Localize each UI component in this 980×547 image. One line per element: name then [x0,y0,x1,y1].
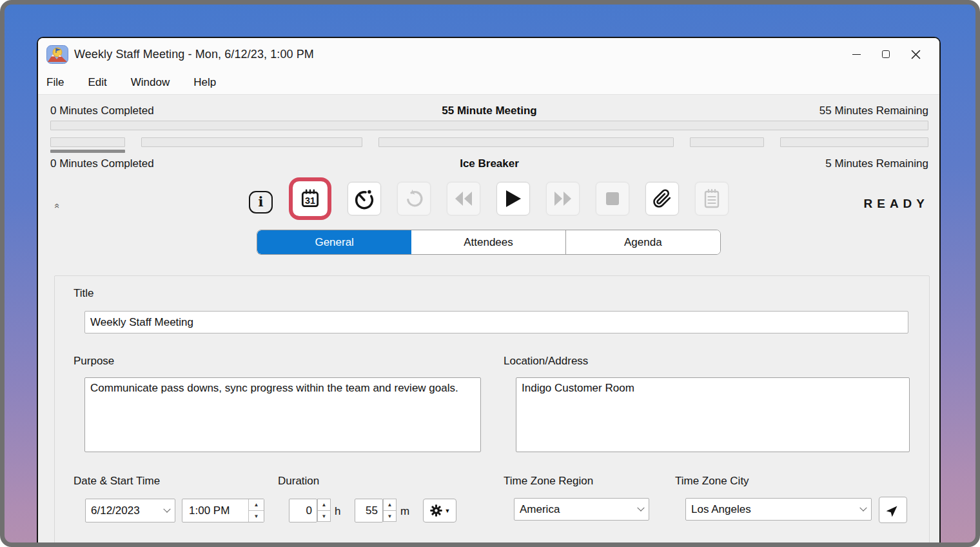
navigation-arrow-icon [886,503,900,517]
paperclip-icon [652,189,672,208]
time-spin-buttons: ▲ ▼ [248,499,264,522]
menu-bar: File Edit Window Help [38,70,939,95]
date-value: 6/12/2023 [91,504,140,517]
play-icon [504,189,522,208]
segment-bar [690,137,765,147]
progress-segment[interactable] [780,137,928,153]
general-form: Title Purpose Communicate pass downs, sy… [54,275,930,542]
notes-button [695,182,729,215]
title-bar: Weekly Staff Meeting - Mon, 6/12/23, 1:0… [38,38,939,70]
rewind-button [447,182,480,215]
window-title: Weekly Staff Meeting - Mon, 6/12/23, 1:0… [74,48,314,61]
time-value: 1:00 PM [182,499,248,522]
progress-segment[interactable] [141,137,362,153]
location-textarea[interactable]: Indigo Customer Room [516,377,910,452]
calendar-button[interactable]: 31 [293,182,327,215]
date-start-label: Date & Start Time [74,475,160,488]
chevron-down-icon [859,504,867,511]
active-segment-underline [50,150,125,153]
rewind-icon [453,190,474,207]
menu-help[interactable]: Help [186,74,224,92]
purpose-textarea[interactable]: Communicate pass downs, sync progress wi… [84,377,481,452]
timer-button[interactable] [348,182,381,215]
menu-file[interactable]: File [46,74,72,92]
maximize-icon [882,50,890,58]
tab-general[interactable]: General [257,230,411,254]
minutes-unit-label: m [400,505,409,518]
locate-timezone-button[interactable] [879,497,907,523]
status-badge: READY [863,197,929,211]
arrow-down-icon: ▼ [387,513,393,519]
toolbar: i 31 [38,177,939,220]
duration-minutes-spin: ▲ ▼ [383,499,397,522]
hours-up-button[interactable]: ▲ [317,499,331,510]
meeting-remaining-label: 55 Minutes Remaining [819,104,928,117]
meeting-progress-bar [50,121,928,130]
info-button[interactable]: i [249,191,273,214]
duration-hours-spin: ▲ ▼ [317,499,331,522]
play-button[interactable] [496,182,530,215]
tz-region-value: America [520,503,560,516]
tz-city-label: Time Zone City [675,475,749,488]
date-select[interactable]: 6/12/2023 [85,499,175,522]
progress-segment[interactable] [690,137,765,153]
duration-hours-input[interactable]: 0 [289,499,317,522]
title-input[interactable] [84,311,908,333]
stopwatch-icon [353,187,376,210]
duration-minutes-input[interactable]: 55 [355,499,383,522]
arrow-down-icon: ▼ [254,513,259,519]
minutes-down-button[interactable]: ▼ [383,510,397,522]
meeting-completed-label: 0 Minutes Completed [50,104,154,117]
hours-unit-label: h [335,505,340,518]
chevron-down-icon [637,504,644,511]
fast-forward-button [546,182,580,215]
tz-region-label: Time Zone Region [504,475,593,488]
title-label: Title [74,287,94,300]
arrow-up-icon: ▲ [322,502,327,508]
stop-button [596,182,629,215]
gear-icon [429,504,443,517]
tz-city-value: Los Angeles [691,503,751,516]
hours-down-button[interactable]: ▼ [317,510,331,522]
close-icon [911,50,921,59]
menu-window[interactable]: Window [123,74,177,92]
app-window: Weekly Staff Meeting - Mon, 6/12/23, 1:0… [37,37,941,542]
reset-button [397,182,431,215]
segment-bar [50,137,125,147]
segmented-progress [50,137,928,153]
progress-segment[interactable] [50,137,125,153]
segment-bar [780,137,928,147]
content-area: 0 Minutes Completed 55 Minute Meeting 55… [38,95,939,542]
section-completed-label: 0 Minutes Completed [50,157,154,170]
window-controls [841,38,939,70]
dropdown-caret-icon: ▼ [445,508,451,514]
desktop-background: Weekly Staff Meeting - Mon, 6/12/23, 1:0… [0,0,980,547]
tz-city-select[interactable]: Los Angeles [685,498,872,521]
duration-settings-button[interactable]: ▼ [423,499,456,522]
info-icon: i [259,195,264,208]
menu-edit[interactable]: Edit [80,74,114,92]
calendar-highlight-ring: 31 [289,177,331,220]
maximize-button[interactable] [871,38,901,70]
tab-attendees[interactable]: Attendees [411,230,565,254]
purpose-label: Purpose [74,355,114,368]
chevron-down-icon [163,505,170,512]
time-down-button[interactable]: ▼ [249,511,264,522]
fast-forward-icon [553,190,573,207]
minutes-up-button[interactable]: ▲ [383,499,397,510]
progress-segment[interactable] [378,137,673,153]
time-up-button[interactable]: ▲ [249,499,264,511]
close-button[interactable] [901,38,930,70]
arrow-up-icon: ▲ [387,502,393,508]
minimize-button[interactable] [841,38,871,70]
tab-agenda[interactable]: Agenda [566,230,720,254]
app-icon [46,45,68,64]
minimize-icon [852,54,861,55]
meeting-title-label: 55 Minute Meeting [442,104,536,117]
tz-region-select[interactable]: America [514,498,649,521]
undo-rotate-icon [403,188,425,210]
notepad-icon [701,188,722,210]
attachment-button[interactable] [645,182,679,215]
time-spinner[interactable]: 1:00 PM ▲ ▼ [182,499,264,522]
calendar-31-icon: 31 [299,188,321,210]
